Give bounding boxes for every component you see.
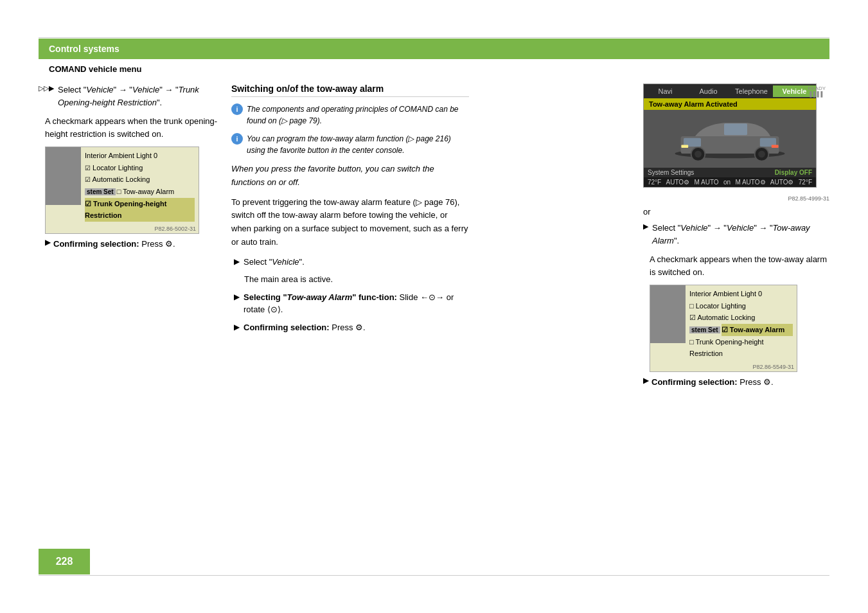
menu-item-4: ☑ Trunk Opening-height Restriction <box>85 198 195 222</box>
bottom-divider <box>39 575 829 576</box>
check-icon-2: ☑ <box>85 176 91 183</box>
menu-caption-left: P82.86-5002-31 <box>46 224 199 233</box>
climate-on: on <box>723 179 731 186</box>
instruction-block-1: ▷▷▶ Select "Vehicle" → "Vehicle" → "Trun… <box>39 84 218 109</box>
confirming-arrow-left: ▶ <box>45 238 51 247</box>
comand-status: Tow-away Alarm Activated <box>644 98 816 110</box>
comand-tab-audio: Audio <box>687 85 730 97</box>
top-divider <box>39 37 829 38</box>
comand-system-settings: System Settings <box>648 169 694 176</box>
left-column: ▷▷▶ Select "Vehicle" → "Vehicle" → "Trun… <box>39 84 218 251</box>
menu-item-r2: ☑ Automatic Locking <box>689 312 793 324</box>
confirming-block-left: ▶ Confirming selection: Press ⚙. <box>45 238 218 251</box>
svg-point-5 <box>758 150 765 157</box>
menu-screenshot-left: Interior Ambient Light 0 ☑ Locator Light… <box>45 147 199 234</box>
menu-screenshot-right: Interior Ambient Light 0 □ Locator Light… <box>650 285 797 372</box>
info-icon-2: i <box>231 133 243 145</box>
confirming-text-left: Confirming selection: Press ⚙. <box>53 238 175 251</box>
menu-item-r4: □ Trunk Opening-height Restriction <box>689 336 793 360</box>
confirming-block-right: ▶ Confirming selection: Press ⚙. <box>643 376 829 389</box>
confirming-text-right: Confirming selection: Press ⚙. <box>651 376 774 389</box>
stem-label-right: stem Set <box>689 326 720 333</box>
info-note-1: i The components and operating principle… <box>231 103 469 127</box>
menu-item-label-0: Interior Ambient Light 0 <box>85 152 157 159</box>
step-1: ▶ Select "Vehicle". <box>231 256 469 269</box>
menu-item-r1: □ Locator Lighting <box>689 300 793 312</box>
menu-list-right: Interior Ambient Light 0 □ Locator Light… <box>686 285 797 362</box>
climate-auto-left: AUTO⚙ <box>666 179 690 186</box>
step-arrow-2: ▶ <box>234 292 240 301</box>
climate-m-auto: M AUTO <box>694 179 718 186</box>
step-content-1: Select "Vehicle". <box>244 256 305 269</box>
instruction-block-2: ▶ Select "Vehicle" → "Vehicle" → "Tow-aw… <box>643 222 829 247</box>
instruction-arrow-2: ▶ <box>643 222 648 231</box>
page-number-box: 228 <box>39 549 90 574</box>
header-bar: Control systems <box>39 39 829 59</box>
menu-thumb-right <box>650 285 686 343</box>
climate-temp-right: 72°F <box>799 179 812 186</box>
right-column: Navi Audio Telephone Vehicle READY▐▐▐▐ T… <box>643 84 829 389</box>
mid-column: Switching on/of the tow-away alarm i The… <box>231 84 469 339</box>
climate-temp-left: 72°F <box>648 179 661 186</box>
menu-item-1: ☑ Locator Lighting <box>85 162 195 174</box>
menu-item-3: □ Tow-away Alarm <box>117 186 175 198</box>
comand-image-area <box>644 110 816 168</box>
step-3: ▶ Confirming selection: Press ⚙. <box>231 321 469 334</box>
step-content-2: Selecting "Tow-away Alarm" func-tion: Sl… <box>244 291 469 316</box>
comand-display-wrapper: Navi Audio Telephone Vehicle READY▐▐▐▐ T… <box>643 84 829 202</box>
menu-caption-right: P82.86-5549-31 <box>650 362 797 371</box>
comand-display: Navi Audio Telephone Vehicle READY▐▐▐▐ T… <box>643 84 817 188</box>
info-icon-1: i <box>231 103 243 115</box>
info-note-1-text: The components and operating principles … <box>247 105 459 125</box>
menu-list-left: Interior Ambient Light 0 ☑ Locator Light… <box>81 147 199 224</box>
svg-rect-9 <box>681 145 688 148</box>
comand-tab-telephone: Telephone <box>730 85 773 97</box>
comand-bottom-bar: System Settings Display OFF <box>644 168 816 177</box>
sub-text-1: The main area is active. <box>244 273 469 286</box>
ready-indicator: READY▐▐▐▐ <box>808 85 826 97</box>
step-content-3: Confirming selection: Press ⚙. <box>244 321 366 334</box>
climate-auto-right: AUTO⚙ <box>770 179 794 186</box>
info-para-left: A checkmark appears when the trunk openi… <box>45 115 218 140</box>
info-note-2-text: You can program the tow-away alarm funct… <box>247 134 451 155</box>
comand-climate-bar: 72°F AUTO⚙ M AUTO on M AUTO⚙ AUTO⚙ 72°F <box>644 177 816 187</box>
or-text: or <box>643 207 829 217</box>
page-number: 228 <box>56 556 73 567</box>
climate-m-auto-right: M AUTO⚙ <box>735 179 765 186</box>
step-arrow-3: ▶ <box>234 323 240 332</box>
comand-display-off: Display OFF <box>775 169 812 176</box>
menu-item-2: ☑ Automatic Locking <box>85 173 195 186</box>
info-para-right: A checkmark appears when the tow-away al… <box>650 253 829 278</box>
comand-caption: P82.85-4999-31 <box>643 195 829 202</box>
stem-label-left: stem Set <box>85 188 116 195</box>
menu-item-r0: Interior Ambient Light 0 <box>689 288 793 300</box>
menu-item-0: Interior Ambient Light 0 <box>85 150 195 162</box>
mid-heading: Switching on/of the tow-away alarm <box>231 84 469 97</box>
step-arrow-1: ▶ <box>234 257 240 266</box>
right-col-instructions: ▶ Select "Vehicle" → "Vehicle" → "Tow-aw… <box>643 222 829 389</box>
svg-point-4 <box>695 150 702 157</box>
menu-item-r3-row: stem Set ☑ Tow-away Alarm <box>689 324 793 336</box>
confirming-arrow-right: ▶ <box>643 376 649 385</box>
comand-tabs: Navi Audio Telephone Vehicle READY▐▐▐▐ <box>644 84 816 98</box>
section-label: COMAND vehicle menu <box>39 64 141 74</box>
svg-rect-10 <box>772 145 779 148</box>
instruction-text-2: Select "Vehicle" → "Vehicle" → "Tow-away… <box>652 222 829 247</box>
comand-tab-navi: Navi <box>644 85 687 97</box>
check-icon-1: ☑ <box>85 164 91 172</box>
menu-thumb-left <box>46 147 81 205</box>
svg-rect-7 <box>724 123 747 135</box>
header-title: Control systems <box>49 44 120 54</box>
menu-item-r3: ☑ Tow-away Alarm <box>722 324 793 336</box>
menu-item-3-row: stem Set □ Tow-away Alarm <box>85 186 195 198</box>
body-text-1: When you press the favorite button, you … <box>231 163 469 190</box>
info-note-2: i You can program the tow-away alarm fun… <box>231 133 469 156</box>
car-silhouette <box>672 115 788 163</box>
instruction-arrow-1: ▷▷▶ <box>39 84 54 93</box>
body-text-2: To prevent triggering the tow-away alarm… <box>231 196 469 249</box>
instruction-text-1: Select "Vehicle" → "Vehicle" → "Trunk Op… <box>58 84 218 109</box>
step-2: ▶ Selecting "Tow-away Alarm" func-tion: … <box>231 291 469 316</box>
